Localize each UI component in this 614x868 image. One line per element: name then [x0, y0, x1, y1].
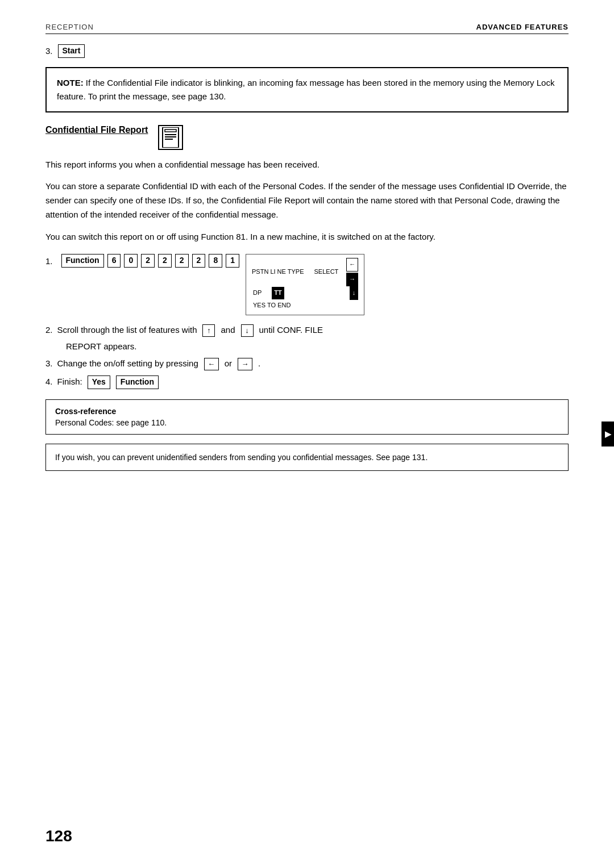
para1: This report informs you when a confident… — [45, 158, 569, 172]
fax-report-icon — [158, 125, 183, 150]
info-text: If you wish, you can prevent unidentifie… — [55, 453, 428, 462]
step1-key-2d: 2 — [192, 254, 206, 268]
right-arrow-btn: → — [238, 358, 252, 370]
step1-key-8: 8 — [209, 254, 222, 268]
yes-key: Yes — [88, 375, 110, 389]
pstn-row-3: YES TO END — [253, 300, 358, 311]
pstn-to-end-label: TO END — [267, 300, 291, 311]
step4-text-before: Finish: — [57, 375, 82, 389]
note-box: NOTE: If the Confidential File indicator… — [45, 67, 569, 112]
info-box: If you wish, you can prevent unidentifie… — [45, 444, 569, 471]
up-arrow-btn: ↑ — [202, 324, 215, 337]
step1-key-0: 0 — [124, 254, 138, 268]
pstn-row-1: PSTN LI NE TYPE SELECT ← → — [252, 258, 358, 286]
step2-and: and — [221, 323, 235, 337]
pstn-left-arrow: ← — [346, 258, 358, 272]
cross-reference-box: Cross-reference Personal Codes: see page… — [45, 399, 569, 435]
page: Reception Advanced Features 3. Start NOT… — [0, 0, 614, 868]
function-key: Function — [116, 375, 159, 389]
step1-row: 1. Function 6 0 2 2 2 2 8 1 PSTN LI NE T… — [45, 254, 569, 315]
start-key: Start — [58, 44, 85, 58]
pstn-select-label: SELECT — [314, 266, 339, 278]
step2-continuation: REPORT appears. — [66, 341, 569, 351]
step-start-number: 3. — [45, 46, 53, 56]
cross-ref-label: Cross-reference — [55, 407, 559, 416]
step2-number: 2. — [45, 323, 53, 337]
sidebar-marker-icon: ▶ — [605, 429, 611, 439]
step1-left: 1. Function 6 0 2 2 2 2 8 1 — [45, 254, 240, 268]
down-arrow-btn: ↓ — [241, 324, 254, 337]
note-text: If the Confidential File indicator is bl… — [57, 78, 554, 101]
note-label: NOTE: — [57, 78, 84, 87]
step2-text-before: Scroll through the list of features with — [57, 323, 197, 337]
step4-number: 4. — [45, 375, 53, 389]
para3: You can switch this report on or off usi… — [45, 230, 569, 244]
pstn-tt-label: TT — [272, 287, 284, 299]
step1-key-2a: 2 — [141, 254, 155, 268]
step1-key-6: 6 — [107, 254, 121, 268]
pstn-down-arrow: ↓ — [350, 286, 359, 300]
step3-row: 3. Change the on/off setting by pressing… — [45, 357, 569, 370]
step3-number: 3. — [45, 357, 53, 370]
pstn-yes-to-end-label: YES — [253, 300, 265, 311]
step-start-row: 3. Start — [45, 44, 569, 58]
left-arrow-btn: ← — [204, 358, 219, 370]
section-heading: Confidential File Report — [45, 125, 569, 150]
svg-rect-3 — [165, 136, 176, 137]
step1-number: 1. — [45, 256, 53, 266]
para2: You can store a separate Confidential ID… — [45, 180, 569, 222]
step1-key-1: 1 — [226, 254, 239, 268]
steps-section: 1. Function 6 0 2 2 2 2 8 1 PSTN LI NE T… — [45, 254, 569, 389]
pstn-row-2: DP TT ↓ — [253, 286, 358, 300]
step3-or: or — [225, 357, 232, 370]
step3-text-after: . — [258, 357, 260, 370]
step3-text-before: Change the on/off setting by pressing — [57, 357, 198, 370]
header-left: Reception — [45, 23, 94, 31]
svg-rect-1 — [165, 130, 176, 132]
pstn-right-arrow: → — [346, 273, 358, 286]
step2-row: 2. Scroll through the list of features w… — [45, 323, 569, 337]
step1-key-2c: 2 — [175, 254, 189, 268]
pstn-dp-label: DP — [253, 287, 262, 299]
pstn-line-type-label: PSTN LI NE TYPE — [252, 266, 304, 278]
svg-rect-2 — [165, 134, 176, 135]
section-heading-text: Confidential File Report — [45, 125, 148, 135]
step2-text-after: until CONF. FILE — [259, 323, 323, 337]
step1-key-2b: 2 — [158, 254, 172, 268]
page-header: Reception Advanced Features — [45, 23, 569, 34]
cross-ref-text: Personal Codes: see page 110. — [55, 418, 559, 427]
page-number: 128 — [45, 827, 72, 845]
sidebar-marker: ▶ — [601, 422, 614, 446]
pstn-display: PSTN LI NE TYPE SELECT ← → DP TT ↓ YES — [246, 254, 364, 315]
svg-rect-4 — [165, 139, 173, 140]
header-right: Advanced Features — [476, 23, 569, 31]
step1-function-key: Function — [61, 254, 104, 268]
step4-row: 4. Finish: Yes Function — [45, 375, 569, 389]
